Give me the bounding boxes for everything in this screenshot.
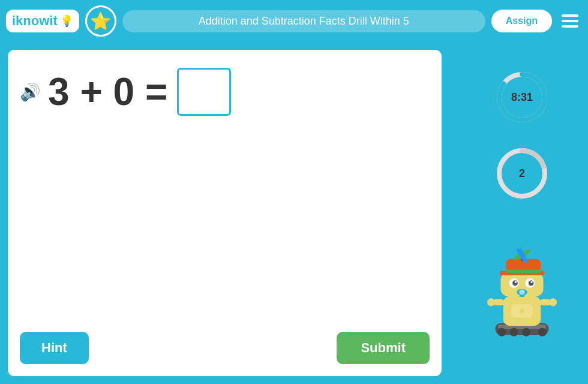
question-panel: 🔊 3 + 0 = Hint Submit [6, 48, 443, 378]
assign-button[interactable]: Assign [491, 10, 552, 32]
svg-point-12 [487, 299, 494, 306]
robot-character [480, 248, 564, 344]
svg-point-28 [530, 281, 533, 283]
answer-input[interactable] [177, 68, 231, 116]
svg-point-30 [520, 289, 525, 295]
panel-divider [452, 48, 454, 378]
svg-point-7 [510, 328, 518, 336]
score-section: Score 2 [495, 130, 549, 200]
refresh-icon[interactable]: ⇔ [568, 356, 579, 372]
equation-text: 3 + 0 = [48, 70, 167, 114]
timer-section: Time 8:31 [495, 54, 549, 124]
svg-point-14 [549, 299, 556, 306]
score-circle: 2 [495, 146, 549, 200]
equation-display: 3 + 0 = [48, 68, 231, 116]
svg-point-6 [497, 328, 506, 336]
submit-button[interactable]: Submit [337, 332, 430, 364]
menu-button[interactable] [558, 11, 582, 31]
bulb-icon: 💡 [60, 14, 73, 28]
sidebar-panel: Time 8:31 Score 2 [462, 48, 582, 378]
star-icon: ⭐ [85, 5, 116, 37]
svg-point-27 [515, 281, 517, 283]
svg-point-8 [522, 328, 530, 336]
timer-label: Time [509, 54, 535, 67]
sound-icon[interactable]: 🔊 [20, 82, 41, 102]
app-header: iknowit 💡 ⭐ Addition and Subtraction Fac… [0, 0, 588, 42]
svg-rect-31 [520, 295, 525, 297]
hint-button[interactable]: Hint [20, 332, 89, 364]
svg-rect-19 [506, 270, 541, 273]
menu-line-3 [562, 25, 578, 28]
menu-line-1 [562, 14, 578, 17]
main-content: 🔊 3 + 0 = Hint Submit Time 8:31 [0, 42, 588, 384]
svg-point-9 [538, 328, 547, 336]
menu-line-2 [562, 20, 578, 22]
question-area: 🔊 3 + 0 = [20, 68, 430, 116]
logo: iknowit 💡 [6, 10, 79, 32]
action-buttons: Hint Submit [20, 332, 430, 364]
lesson-title: Addition and Subtraction Facts Drill Wit… [122, 10, 485, 32]
svg-point-33 [520, 308, 525, 314]
character-area [480, 206, 564, 350]
score-value: 2 [519, 167, 525, 180]
logo-text: iknowit [12, 13, 58, 29]
timer-value: 8:31 [511, 91, 533, 104]
score-label: Score [507, 130, 537, 143]
timer-circle: 8:31 [495, 70, 549, 124]
